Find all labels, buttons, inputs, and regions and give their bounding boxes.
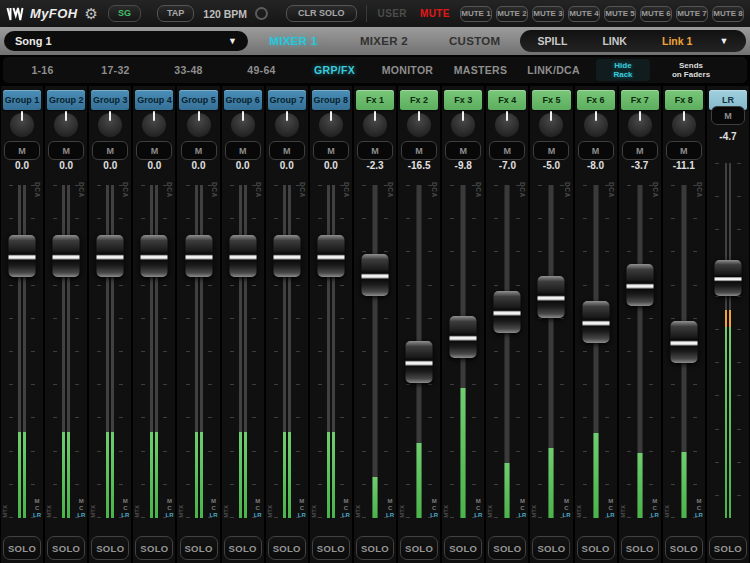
fader-handle[interactable] (670, 321, 697, 363)
fader-handle[interactable] (9, 235, 36, 277)
pan-knob[interactable] (275, 113, 299, 137)
fader-track[interactable]: DCA (575, 178, 617, 528)
pan-knob[interactable] (539, 113, 563, 137)
channel-label[interactable]: Group 2 (47, 90, 85, 110)
channel-label[interactable]: Group 4 (135, 90, 173, 110)
fader-track[interactable]: DCA (133, 178, 175, 528)
fader-handle[interactable] (361, 254, 388, 296)
channel-label[interactable]: Fx 3 (444, 90, 482, 110)
channel-mute-button[interactable]: M (533, 141, 569, 160)
channel-mute-button[interactable]: M (136, 141, 172, 160)
channel-label[interactable]: Group 7 (268, 90, 306, 110)
pan-knob[interactable] (187, 113, 211, 137)
solo-button[interactable]: SOLO (180, 536, 218, 560)
tab-bank-33-48[interactable]: 33-48 (152, 64, 225, 76)
hide-rack-button[interactable]: Hide Rack (596, 59, 650, 81)
channel-label[interactable]: Fx 2 (400, 90, 438, 110)
solo-button[interactable]: SOLO (709, 536, 747, 560)
fader-handle[interactable] (494, 291, 521, 333)
channel-mute-button[interactable]: M (269, 141, 305, 160)
solo-button[interactable]: SOLO (3, 536, 41, 560)
channel-label[interactable]: Fx 1 (356, 90, 394, 110)
channel-mute-button[interactable]: M (92, 141, 128, 160)
tab-masters[interactable]: MASTERS (444, 64, 517, 76)
channel-mute-button[interactable]: M (445, 141, 481, 160)
fader-track[interactable]: DCA (663, 178, 705, 528)
channel-mute-button[interactable]: M (181, 141, 217, 160)
channel-label[interactable]: Fx 4 (488, 90, 526, 110)
tab-bank-1-16[interactable]: 1-16 (6, 64, 79, 76)
solo-button[interactable]: SOLO (532, 536, 570, 560)
mute-group-8-button[interactable]: MUTE 8 (712, 6, 744, 22)
fader-track[interactable]: DCA (530, 178, 572, 528)
fader-handle[interactable] (273, 235, 300, 277)
fader-handle[interactable] (538, 276, 565, 318)
tab-custom[interactable]: CUSTOM (429, 35, 520, 47)
fader-handle[interactable] (626, 264, 653, 306)
pan-knob[interactable] (54, 113, 78, 137)
channel-mute-button[interactable]: M (622, 141, 658, 160)
pan-knob[interactable] (231, 113, 255, 137)
pan-knob[interactable] (407, 113, 431, 137)
tab-link-dca[interactable]: LINK/DCA (517, 64, 590, 76)
fader-track[interactable]: DCA (442, 178, 484, 528)
channel-mute-button[interactable]: M (357, 141, 393, 160)
channel-label[interactable]: Group 5 (179, 90, 217, 110)
fader-handle[interactable] (450, 316, 477, 358)
channel-label[interactable]: Group 6 (224, 90, 262, 110)
pan-knob[interactable] (495, 113, 519, 137)
solo-button[interactable]: SOLO (577, 536, 615, 560)
mute-group-2-button[interactable]: MUTE 2 (496, 6, 528, 22)
fader-track[interactable]: DCA (177, 178, 219, 528)
tab-bank-17-32[interactable]: 17-32 (79, 64, 152, 76)
fader-track[interactable]: DCA (354, 178, 396, 528)
tap-tempo-button[interactable]: TAP (157, 5, 194, 22)
fader-track[interactable]: DCA (89, 178, 131, 528)
fader-track[interactable]: DCA (222, 178, 264, 528)
fader-track[interactable]: DCA (310, 178, 352, 528)
channel-mute-button[interactable]: M (666, 141, 702, 160)
fader-track[interactable]: DCA (1, 178, 43, 528)
channel-mute-button[interactable]: M (313, 141, 349, 160)
mute-group-6-button[interactable]: MUTE 6 (640, 6, 672, 22)
solo-button[interactable]: SOLO (47, 536, 85, 560)
link-select-value[interactable]: Link 1 (662, 35, 692, 47)
solo-button[interactable]: SOLO (400, 536, 438, 560)
sends-on-faders-button[interactable]: Sends on Faders (658, 61, 724, 79)
fader-track[interactable]: DCA (398, 178, 440, 528)
mute-group-7-button[interactable]: MUTE 7 (676, 6, 708, 22)
channel-label[interactable]: Group 3 (91, 90, 129, 110)
channel-mute-button[interactable]: M (401, 141, 437, 160)
fader-track[interactable]: DCA (619, 178, 661, 528)
channel-label[interactable]: Fx 5 (532, 90, 570, 110)
fader-handle[interactable] (406, 341, 433, 383)
channel-mute-button[interactable]: M (711, 106, 745, 125)
solo-button[interactable]: SOLO (444, 536, 482, 560)
pan-knob[interactable] (98, 113, 122, 137)
solo-button[interactable]: SOLO (356, 536, 394, 560)
spill-button[interactable]: SPILL (538, 35, 568, 47)
mute-group-4-button[interactable]: MUTE 4 (568, 6, 600, 22)
song-select[interactable]: Song 1 ▼ (4, 31, 248, 51)
solo-button[interactable]: SOLO (665, 536, 703, 560)
channel-mute-button[interactable]: M (4, 141, 40, 160)
pan-knob[interactable] (10, 113, 34, 137)
sg-button[interactable]: SG (108, 5, 141, 22)
solo-button[interactable]: SOLO (268, 536, 306, 560)
mute-mode-toggle[interactable]: MUTE (420, 8, 450, 19)
channel-label[interactable]: Group 1 (3, 90, 41, 110)
fader-handle[interactable] (317, 235, 344, 277)
solo-button[interactable]: SOLO (621, 536, 659, 560)
tab-monitor[interactable]: MONITOR (371, 64, 444, 76)
mute-group-5-button[interactable]: MUTE 5 (604, 6, 636, 22)
fader-handle[interactable] (229, 235, 256, 277)
tab-mixer-2[interactable]: MIXER 2 (339, 35, 430, 47)
link-button[interactable]: LINK (602, 35, 627, 47)
channel-label[interactable]: Fx 7 (621, 90, 659, 110)
pan-knob[interactable] (363, 113, 387, 137)
pan-knob[interactable] (451, 113, 475, 137)
tab-bank-49-64[interactable]: 49-64 (225, 64, 298, 76)
solo-button[interactable]: SOLO (91, 536, 129, 560)
fader-handle[interactable] (53, 235, 80, 277)
gear-icon[interactable]: ⚙ (85, 6, 98, 21)
